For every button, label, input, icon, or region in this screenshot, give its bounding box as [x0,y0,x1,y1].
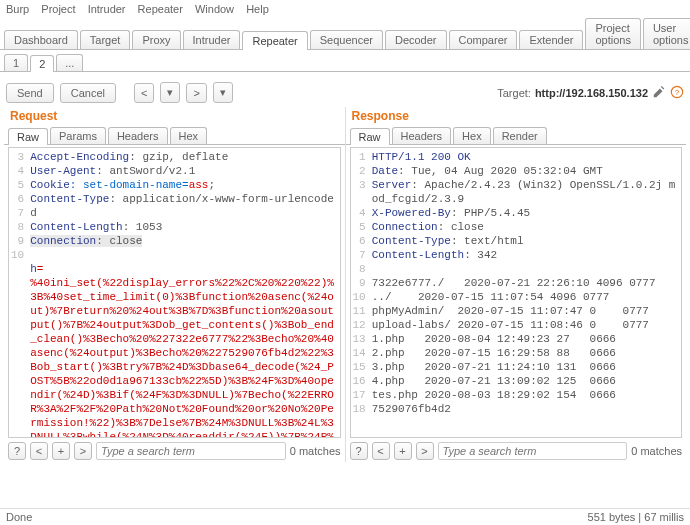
top-tabs: Dashboard Target Proxy Intruder Repeater… [0,18,690,50]
request-search-next-button[interactable]: > [74,442,92,460]
response-code[interactable]: HTTP/1.1 200 OK Date: Tue, 04 Aug 2020 0… [370,148,681,437]
response-tab-headers[interactable]: Headers [392,127,452,144]
send-button[interactable]: Send [6,83,54,103]
next-dropdown[interactable]: ▾ [213,82,233,103]
request-tab-params[interactable]: Params [50,127,106,144]
response-editor[interactable]: 1 2 3 4 5 6 7 8 9 10 11 12 13 14 15 16 1… [350,147,683,438]
response-pane: Response Raw Headers Hex Render 1 2 3 4 … [346,107,687,462]
response-search-row: ? < + > 0 matches [346,440,687,462]
response-gutter: 1 2 3 4 5 6 7 8 9 10 11 12 13 14 15 16 1… [351,148,370,437]
response-tab-render[interactable]: Render [493,127,547,144]
request-matches: 0 matches [290,445,341,457]
tab-proxy[interactable]: Proxy [132,30,180,49]
request-search-prev-button[interactable]: < [30,442,48,460]
menu-repeater[interactable]: Repeater [138,3,183,15]
pencil-icon[interactable] [652,85,666,101]
tab-decoder[interactable]: Decoder [385,30,447,49]
response-search-prev-button[interactable]: < [372,442,390,460]
tab-comparer[interactable]: Comparer [449,30,518,49]
history-prev-button[interactable]: < [134,83,154,103]
menu-project[interactable]: Project [41,3,75,15]
panes: Request Raw Params Headers Hex 3 4 5 6 7… [0,107,690,462]
svg-text:?: ? [675,87,680,96]
request-search-add-button[interactable]: + [52,442,70,460]
response-search-help-icon[interactable]: ? [350,442,368,460]
menu-burp[interactable]: Burp [6,3,29,15]
response-search-input[interactable] [438,442,628,460]
request-panel-tabs: Raw Params Headers Hex [4,127,345,145]
cancel-button[interactable]: Cancel [60,83,116,103]
request-gutter: 3 4 5 6 7 8 9 10 [9,148,28,437]
response-search-next-button[interactable]: > [416,442,434,460]
tab-user-options[interactable]: User options [643,18,690,49]
subtab-1[interactable]: 1 [4,54,28,71]
tab-sequencer[interactable]: Sequencer [310,30,383,49]
request-search-help-icon[interactable]: ? [8,442,26,460]
target-row: Target: http://192.168.150.132 ? [497,85,684,101]
menu-help[interactable]: Help [246,3,269,15]
tab-dashboard[interactable]: Dashboard [4,30,78,49]
tab-target[interactable]: Target [80,30,131,49]
menu-intruder[interactable]: Intruder [88,3,126,15]
response-matches: 0 matches [631,445,682,457]
status-right: 551 bytes | 67 millis [588,511,684,523]
history-next-button[interactable]: > [186,83,206,103]
menu-window[interactable]: Window [195,3,234,15]
response-search-add-button[interactable]: + [394,442,412,460]
request-tab-hex[interactable]: Hex [170,127,208,144]
subtab-2[interactable]: 2 [30,55,54,72]
target-value: http://192.168.150.132 [535,87,648,99]
subtab-more[interactable]: ... [56,54,83,71]
repeater-subtabs: 1 2 ... [0,50,690,72]
request-search-row: ? < + > 0 matches [4,440,345,462]
request-tab-raw[interactable]: Raw [8,128,48,145]
request-code[interactable]: Accept-Encoding: gzip, deflate User-Agen… [28,148,339,437]
response-panel-tabs: Raw Headers Hex Render [346,127,687,145]
status-bar: Done 551 bytes | 67 millis [0,508,690,525]
response-tab-hex[interactable]: Hex [453,127,491,144]
help-icon[interactable]: ? [670,85,684,101]
tab-project-options[interactable]: Project options [585,18,640,49]
prev-dropdown[interactable]: ▾ [160,82,180,103]
menubar: Burp Project Intruder Repeater Window He… [0,0,690,18]
request-editor[interactable]: 3 4 5 6 7 8 9 10 Accept-Encoding: gzip, … [8,147,341,438]
status-left: Done [6,511,32,523]
tab-intruder[interactable]: Intruder [183,30,241,49]
request-pane: Request Raw Params Headers Hex 3 4 5 6 7… [4,107,346,462]
tab-repeater[interactable]: Repeater [242,31,307,50]
response-tab-raw[interactable]: Raw [350,128,390,145]
request-search-input[interactable] [96,442,286,460]
request-title: Request [4,107,345,127]
target-label: Target: [497,87,531,99]
request-tab-headers[interactable]: Headers [108,127,168,144]
tab-extender[interactable]: Extender [519,30,583,49]
response-title: Response [346,107,687,127]
toolbar: Send Cancel < ▾ > ▾ Target: http://192.1… [0,78,690,107]
